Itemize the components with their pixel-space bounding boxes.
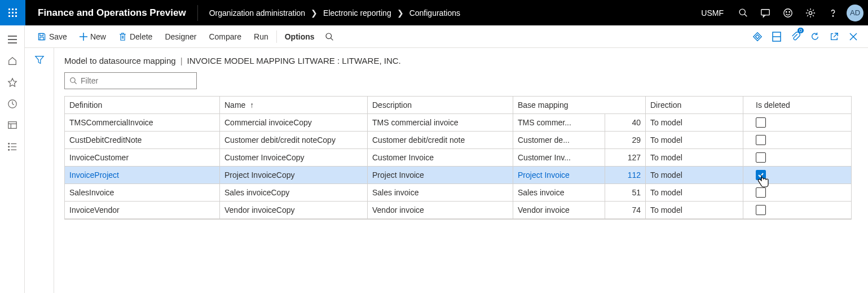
cell-definition[interactable]: InvoiceProject	[65, 167, 220, 183]
cell-base-mapping[interactable]: Customer Inv...	[513, 149, 605, 166]
checkbox[interactable]	[756, 152, 766, 163]
cell-base-mapping-id[interactable]: 51	[605, 184, 646, 201]
svg-point-16	[832, 15, 833, 16]
cell-is-deleted[interactable]	[743, 167, 809, 183]
cell-definition[interactable]: InvoiceVendor	[65, 202, 220, 218]
delete-button[interactable]: Delete	[113, 25, 158, 48]
breadcrumb-item[interactable]: Organization administration	[209, 8, 305, 18]
cell-description[interactable]: Sales invoice	[368, 184, 513, 201]
attachments-button[interactable]: 0	[787, 25, 805, 48]
cell-direction[interactable]: To model	[646, 184, 743, 201]
checkbox[interactable]	[756, 170, 766, 180]
question-icon	[828, 8, 838, 18]
cell-name[interactable]: Sales invoiceCopy	[220, 184, 368, 201]
table-row[interactable]: InvoiceCustomerCustomer InvoiceCopyCusto…	[65, 149, 851, 167]
page-options-button[interactable]	[768, 25, 786, 48]
col-name[interactable]: Name ↑	[220, 97, 368, 113]
recent-button[interactable]	[0, 93, 25, 115]
cell-direction[interactable]: To model	[646, 202, 743, 218]
save-label: Save	[49, 32, 67, 41]
cell-base-mapping-id[interactable]: 40	[605, 114, 646, 131]
settings-button[interactable]	[799, 0, 822, 25]
cell-definition[interactable]: TMSCommercialInvoice	[65, 114, 220, 131]
cell-name[interactable]: Commercial invoiceCopy	[220, 114, 368, 131]
personalize-button[interactable]	[748, 25, 766, 48]
cell-direction[interactable]: To model	[646, 167, 743, 183]
cell-name[interactable]: Vendor invoiceCopy	[220, 202, 368, 218]
hamburger-button[interactable]	[0, 29, 25, 50]
breadcrumb-item[interactable]: Configurations	[409, 8, 460, 18]
col-is-deleted[interactable]: Is deleted	[743, 97, 809, 113]
cell-is-deleted[interactable]	[743, 149, 809, 166]
search-button[interactable]	[732, 0, 754, 25]
save-button[interactable]: Save	[32, 25, 73, 48]
refresh-button[interactable]	[806, 25, 824, 48]
cell-base-mapping[interactable]: Sales invoice	[513, 184, 605, 201]
cell-definition[interactable]: SalesInvoice	[65, 184, 220, 201]
cell-base-mapping-id[interactable]: 29	[605, 132, 646, 148]
new-button[interactable]: New	[74, 25, 112, 48]
close-button[interactable]	[844, 25, 862, 48]
cell-base-mapping[interactable]: TMS commer...	[513, 114, 605, 131]
col-base-mapping[interactable]: Base mapping	[513, 97, 646, 113]
cell-name[interactable]: Customer debit/credit noteCopy	[220, 132, 368, 148]
feedback-button[interactable]	[777, 0, 799, 25]
col-direction[interactable]: Direction	[646, 97, 743, 113]
modules-button[interactable]	[0, 136, 25, 158]
company-label[interactable]: USMF	[699, 8, 732, 18]
cell-description[interactable]: TMS commercial invoice	[368, 114, 513, 131]
trash-icon	[118, 32, 127, 41]
cell-base-mapping[interactable]: Project Invoice	[513, 167, 605, 183]
table-row[interactable]: TMSCommercialInvoiceCommercial invoiceCo…	[65, 114, 851, 132]
breadcrumb-item[interactable]: Electronic reporting	[323, 8, 391, 18]
grid-filter-input[interactable]	[81, 76, 192, 85]
col-description[interactable]: Description	[368, 97, 513, 113]
help-button[interactable]	[822, 0, 844, 25]
cell-definition[interactable]: InvoiceCustomer	[65, 149, 220, 166]
cell-direction[interactable]: To model	[646, 149, 743, 166]
cell-base-mapping-id[interactable]: 74	[605, 202, 646, 218]
favorites-button[interactable]	[0, 72, 25, 93]
compare-button[interactable]: Compare	[203, 25, 247, 48]
cell-name[interactable]: Customer InvoiceCopy	[220, 149, 368, 166]
run-button[interactable]: Run	[248, 25, 274, 48]
chat-icon	[760, 8, 770, 18]
table-row[interactable]: InvoiceProjectProject InvoiceCopyProject…	[65, 167, 851, 184]
table-row[interactable]: CustDebitCreditNoteCustomer debit/credit…	[65, 132, 851, 149]
checkbox[interactable]	[756, 187, 766, 198]
cell-direction[interactable]: To model	[646, 114, 743, 131]
cell-is-deleted[interactable]	[743, 184, 809, 201]
cell-description[interactable]: Vendor invoice	[368, 202, 513, 218]
designer-button[interactable]: Designer	[159, 25, 202, 48]
col-definition[interactable]: Definition	[65, 97, 220, 113]
checkbox[interactable]	[756, 135, 766, 145]
app-launcher-button[interactable]	[0, 0, 25, 25]
user-avatar[interactable]: AD	[847, 5, 863, 21]
workspaces-button[interactable]	[0, 115, 25, 136]
svg-point-9	[739, 9, 745, 15]
cell-is-deleted[interactable]	[743, 132, 809, 148]
cell-base-mapping-id[interactable]: 127	[605, 149, 646, 166]
cell-description[interactable]: Customer Invoice	[368, 149, 513, 166]
cell-description[interactable]: Project Invoice	[368, 167, 513, 183]
checkbox[interactable]	[756, 205, 766, 215]
messages-button[interactable]	[754, 0, 777, 25]
popout-button[interactable]	[825, 25, 843, 48]
checkbox[interactable]	[756, 117, 766, 128]
cell-direction[interactable]: To model	[646, 132, 743, 148]
table-row[interactable]: SalesInvoiceSales invoiceCopySales invoi…	[65, 184, 851, 202]
cell-base-mapping[interactable]: Customer de...	[513, 132, 605, 148]
cell-name[interactable]: Project InvoiceCopy	[220, 167, 368, 183]
search-action-button[interactable]	[321, 25, 337, 48]
cell-is-deleted[interactable]	[743, 202, 809, 218]
home-button[interactable]	[0, 50, 25, 72]
cell-description[interactable]: Customer debit/credit note	[368, 132, 513, 148]
cell-is-deleted[interactable]	[743, 114, 809, 131]
table-row[interactable]: InvoiceVendorVendor invoiceCopyVendor in…	[65, 202, 851, 219]
filter-pane-button[interactable]	[34, 55, 45, 293]
cell-base-mapping-id[interactable]: 112	[605, 167, 646, 183]
options-button[interactable]: Options	[279, 25, 320, 48]
grid-filter[interactable]	[64, 72, 197, 89]
cell-base-mapping[interactable]: Vendor invoice	[513, 202, 605, 218]
cell-definition[interactable]: CustDebitCreditNote	[65, 132, 220, 148]
